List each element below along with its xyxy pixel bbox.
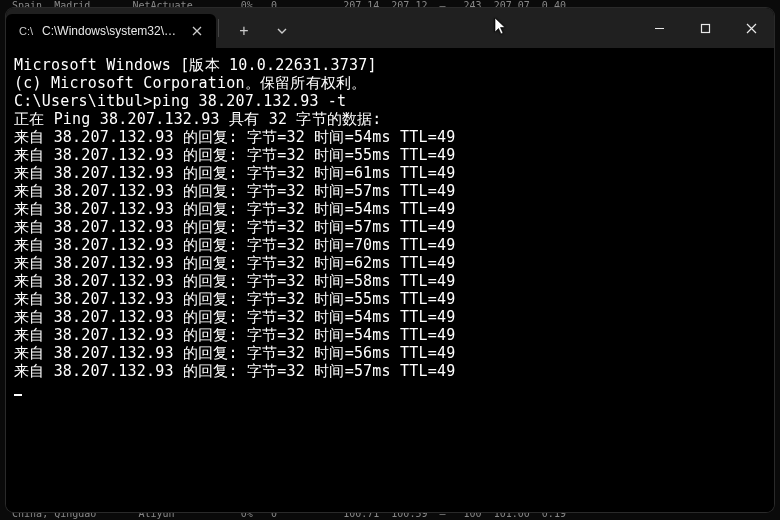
terminal-prompt-line: C:\Users\itbul>ping 38.207.132.93 -t <box>14 92 766 110</box>
terminal-window: C:\ C:\Windows\system32\cmd.exe + <box>6 8 774 512</box>
terminal-banner-line: Microsoft Windows [版本 10.0.22631.3737] <box>14 56 766 74</box>
terminal-reply-line: 来自 38.207.132.93 的回复: 字节=32 时间=54ms TTL=… <box>14 308 766 326</box>
titlebar[interactable]: C:\ C:\Windows\system32\cmd.exe + <box>6 8 774 48</box>
tab-close-button[interactable] <box>188 22 206 40</box>
terminal-reply-line: 来自 38.207.132.93 的回复: 字节=32 时间=54ms TTL=… <box>14 326 766 344</box>
new-tab-button[interactable]: + <box>227 16 261 46</box>
terminal-reply-line: 来自 38.207.132.93 的回复: 字节=32 时间=54ms TTL=… <box>14 200 766 218</box>
terminal-reply-line: 来自 38.207.132.93 的回复: 字节=32 时间=57ms TTL=… <box>14 218 766 236</box>
terminal-cursor-line <box>14 380 766 398</box>
terminal-banner-line: (c) Microsoft Corporation。保留所有权利。 <box>14 74 766 92</box>
terminal-reply-line: 来自 38.207.132.93 的回复: 字节=32 时间=57ms TTL=… <box>14 362 766 380</box>
terminal-output[interactable]: Microsoft Windows [版本 10.0.22631.3737](c… <box>6 48 774 512</box>
terminal-reply-line: 来自 38.207.132.93 的回复: 字节=32 时间=55ms TTL=… <box>14 146 766 164</box>
terminal-reply-line: 来自 38.207.132.93 的回复: 字节=32 时间=61ms TTL=… <box>14 164 766 182</box>
tab-cmd[interactable]: C:\ C:\Windows\system32\cmd.exe <box>6 14 216 48</box>
tab-title: C:\Windows\system32\cmd.exe <box>42 24 180 38</box>
maximize-button[interactable] <box>682 8 728 48</box>
minimize-button[interactable] <box>636 8 682 48</box>
terminal-reply-line: 来自 38.207.132.93 的回复: 字节=32 时间=54ms TTL=… <box>14 128 766 146</box>
tab-dropdown-button[interactable] <box>265 16 299 46</box>
close-button[interactable] <box>728 8 774 48</box>
terminal-reply-line: 来自 38.207.132.93 的回复: 字节=32 时间=56ms TTL=… <box>14 344 766 362</box>
terminal-reply-line: 来自 38.207.132.93 的回复: 字节=32 时间=57ms TTL=… <box>14 182 766 200</box>
window-controls <box>636 8 774 48</box>
terminal-reply-line: 来自 38.207.132.93 的回复: 字节=32 时间=55ms TTL=… <box>14 290 766 308</box>
terminal-reply-line: 来自 38.207.132.93 的回复: 字节=32 时间=70ms TTL=… <box>14 236 766 254</box>
svg-rect-0 <box>701 24 709 32</box>
terminal-reply-line: 来自 38.207.132.93 的回复: 字节=32 时间=58ms TTL=… <box>14 272 766 290</box>
terminal-ping-header: 正在 Ping 38.207.132.93 具有 32 字节的数据: <box>14 110 766 128</box>
tab-divider <box>218 19 219 37</box>
titlebar-drag-region[interactable] <box>299 8 636 48</box>
terminal-reply-line: 来自 38.207.132.93 的回复: 字节=32 时间=62ms TTL=… <box>14 254 766 272</box>
cmd-icon: C:\ <box>18 23 34 39</box>
